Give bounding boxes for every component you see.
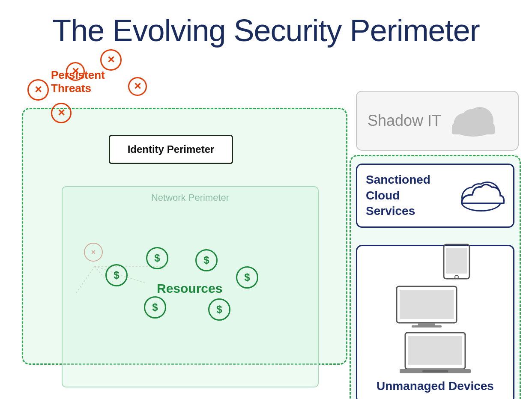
- svg-rect-25: [408, 336, 462, 365]
- outer-green-container: Network Perimeter × $ $ $ $ $ $ Resource…: [22, 108, 347, 365]
- svg-rect-23: [412, 325, 442, 328]
- diagram-area: Network Perimeter × $ $ $ $ $ $ Resource…: [9, 57, 523, 390]
- unmanaged-devices-label: Unmanaged Devices: [377, 379, 494, 393]
- resource-dollar-2: $: [146, 247, 168, 269]
- threat-icon-5: ✕: [51, 103, 72, 123]
- resource-dollar-4: $: [236, 266, 258, 289]
- svg-rect-22: [418, 323, 435, 325]
- shadow-it-label: Shadow IT: [368, 112, 441, 130]
- faded-threat-icon: ×: [84, 243, 103, 262]
- resource-dollar-1: $: [105, 264, 128, 286]
- network-perimeter-box: Network Perimeter × $ $ $ $ $ $ Resource…: [62, 186, 319, 387]
- sanctioned-cloud-box: Sanctioned Cloud Services: [356, 164, 514, 228]
- threats-area: ✕ ✕ ✕ ✕ ✕ PersistentThreats: [25, 41, 145, 135]
- resource-dollar-3: $: [195, 249, 218, 271]
- network-perimeter-label: Network Perimeter: [151, 192, 229, 203]
- devices-container: [399, 244, 472, 375]
- persistent-threats-label: PersistentThreats: [51, 68, 105, 95]
- threat-icon-3: ✕: [100, 49, 122, 71]
- monitor-icon: [395, 286, 459, 328]
- svg-rect-27: [422, 370, 448, 372]
- resource-dollar-5: $: [144, 296, 166, 319]
- tablet-icon: [442, 244, 472, 282]
- threat-icon-1: ✕: [27, 79, 49, 101]
- svg-rect-21: [400, 290, 454, 319]
- resources-label: Resources: [157, 281, 222, 296]
- cloud-gray-icon: [448, 104, 499, 138]
- identity-perimeter-box: Identity Perimeter: [109, 135, 233, 164]
- resource-dollar-6: $: [208, 298, 230, 321]
- identity-perimeter-label: Identity Perimeter: [128, 143, 215, 155]
- laptop-icon: [399, 332, 472, 375]
- shadow-it-box: Shadow IT: [356, 91, 519, 151]
- cloud-blue-icon: [457, 179, 505, 213]
- sanctioned-cloud-label: Sanctioned Cloud Services: [366, 172, 451, 219]
- unmanaged-devices-box: Unmanaged Devices: [356, 245, 514, 399]
- svg-rect-8: [452, 125, 495, 134]
- svg-rect-18: [446, 248, 467, 274]
- threat-icon-4: ✕: [128, 77, 147, 96]
